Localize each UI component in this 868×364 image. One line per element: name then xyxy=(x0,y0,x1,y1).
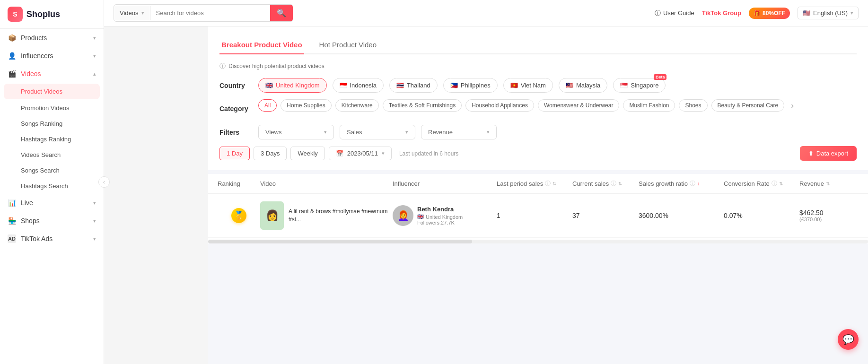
revenue-chevron-icon: ▾ xyxy=(487,129,490,135)
country-btn-id[interactable]: 🇮🇩 Indonesia xyxy=(333,78,384,93)
live-icon: 📊 xyxy=(8,199,16,207)
influencers-icon: 👤 xyxy=(8,52,16,60)
lang-label: English (US) xyxy=(813,9,848,17)
chevron-down-icon: ▾ xyxy=(93,35,96,41)
search-input[interactable] xyxy=(150,6,270,20)
chevron-down-icon: ▾ xyxy=(93,218,96,224)
tiktok-group-link[interactable]: TikTok Group xyxy=(702,9,741,17)
sales-filter-dropdown[interactable]: Sales ▾ xyxy=(340,125,415,139)
search-button[interactable]: 🔍 xyxy=(270,5,293,21)
logo-text: Shoplus xyxy=(26,9,60,19)
page-panel: Breakout Product Video Hot Product Video… xyxy=(208,26,868,170)
data-export-button[interactable]: ⬆ Data export xyxy=(800,146,857,161)
cat-btn-kitchenware[interactable]: Kitchenware xyxy=(335,99,379,112)
influencer-avatar-1: 👩‍🦰 xyxy=(393,205,413,226)
cat-btn-beauty[interactable]: Beauty & Personal Care xyxy=(711,99,785,112)
date-picker[interactable]: 📅 2023/05/11 ▾ xyxy=(329,147,392,160)
question-icon: ⓘ xyxy=(655,9,661,17)
sidebar-subitem-promotion-videos[interactable]: Promotion Videos xyxy=(0,100,104,116)
sidebar-item-products[interactable]: 📦 Products ▾ xyxy=(0,29,104,47)
tab-hot[interactable]: Hot Product Video xyxy=(317,36,378,54)
th-sales-growth-label: Sales growth ratio xyxy=(639,180,688,187)
discount-badge[interactable]: 🎁 80%OFF xyxy=(749,8,790,19)
info-icon: ⓘ xyxy=(219,62,226,70)
last-updated-text: Last updated in 6 hours xyxy=(399,150,458,157)
country-label: Country xyxy=(219,82,253,89)
cat-btn-all[interactable]: All xyxy=(258,99,277,112)
sidebar-item-shops[interactable]: 🏪 Shops ▾ xyxy=(0,212,104,230)
cat-btn-home[interactable]: Home Supplies xyxy=(281,99,331,112)
revenue-primary-1: $462.50 xyxy=(799,209,861,217)
horizontal-scrollbar[interactable] xyxy=(208,240,868,243)
country-btn-ph[interactable]: 🇵🇭 Philippines xyxy=(443,78,498,93)
th-video: Video xyxy=(260,180,393,188)
cat-btn-textiles[interactable]: Textiles & Soft Furnishings xyxy=(383,99,462,112)
filters-label: Filters xyxy=(219,129,253,136)
cat-btn-muslim[interactable]: Muslim Fashion xyxy=(623,99,675,112)
language-selector[interactable]: 🇺🇸 English (US) ▾ xyxy=(798,7,859,19)
last-period-sales-cell-1: 1 xyxy=(497,212,572,219)
sg-label: Singapore xyxy=(631,82,658,89)
ph-label: Philippines xyxy=(461,82,491,89)
uk-label: United Kingdom xyxy=(276,82,320,89)
sidebar-subitem-songs-ranking[interactable]: Songs Ranking xyxy=(0,116,104,131)
country-btn-vn[interactable]: 🇻🇳 Viet Nam xyxy=(503,78,553,93)
chevron-down-icon: ▾ xyxy=(93,53,96,59)
sort-icon-current-sales: ⇅ xyxy=(618,181,622,186)
cat-btn-womenswear[interactable]: Womenswear & Underwear xyxy=(538,99,620,112)
time-btn-weekly[interactable]: Weekly xyxy=(290,147,324,160)
date-chevron-icon: ▾ xyxy=(382,150,385,156)
float-action-button[interactable]: 💬 xyxy=(838,329,859,350)
flag-icon: 🇺🇸 xyxy=(803,9,810,17)
revenue-filter-dropdown[interactable]: Revenue ▾ xyxy=(421,125,497,139)
search-type-label: Videos xyxy=(120,9,139,17)
cat-btn-shoes[interactable]: Shoes xyxy=(679,99,707,112)
sidebar-collapse-button[interactable]: ‹ xyxy=(98,176,110,188)
th-conversion-rate[interactable]: Conversion Rate ⓘ ⇅ xyxy=(724,180,799,188)
tab-breakout[interactable]: Breakout Product Video xyxy=(219,36,304,54)
sg-flag-icon: 🇸🇬 xyxy=(620,82,628,89)
sidebar-item-videos-label: Videos xyxy=(21,70,41,78)
video-cell-1[interactable]: 👩 A lil rant & brows #mollymae #newmum #… xyxy=(260,201,393,230)
discount-label: 80%OFF xyxy=(763,10,785,17)
discover-hint-text: Discover high potential product videos xyxy=(228,63,324,69)
sidebar-item-influencers-label: Influencers xyxy=(21,52,53,60)
th-current-sales[interactable]: Current sales ⓘ ⇅ xyxy=(572,180,639,188)
sidebar: S Shoplus 📦 Products ▾ 👤 Influencers ▾ 🎬… xyxy=(0,0,104,364)
vn-label: Viet Nam xyxy=(521,82,546,89)
views-filter-label: Views xyxy=(265,129,281,136)
export-label: Data export xyxy=(816,150,848,157)
search-area: Videos ▾ 🔍 xyxy=(114,4,293,22)
time-btn-3days[interactable]: 3 Days xyxy=(254,147,287,160)
info-icon-current-sales: ⓘ xyxy=(611,180,616,188)
sidebar-subitem-videos-search[interactable]: Videos Search xyxy=(0,147,104,163)
header-actions: ⓘ User Guide TikTok Group 🎁 80%OFF 🇺🇸 En… xyxy=(655,7,859,19)
search-type-dropdown[interactable]: Videos ▾ xyxy=(114,6,150,20)
country-btn-th[interactable]: 🇹🇭 Thailand xyxy=(389,78,438,93)
th-influencer-label: Influencer xyxy=(393,180,420,187)
time-btn-1day[interactable]: 1 Day xyxy=(219,147,250,160)
sidebar-item-videos[interactable]: 🎬 Videos ▴ xyxy=(0,65,104,83)
th-sales-growth[interactable]: Sales growth ratio ⓘ ↓ xyxy=(639,180,724,188)
country-btn-my[interactable]: 🇲🇾 Malaysia xyxy=(559,78,607,93)
sidebar-item-influencers[interactable]: 👤 Influencers ▾ xyxy=(0,47,104,65)
sidebar-item-live[interactable]: 📊 Live ▾ xyxy=(0,194,104,212)
sidebar-subitem-product-videos[interactable]: Product Videos xyxy=(4,84,100,99)
category-more-icon[interactable]: › xyxy=(788,101,797,111)
th-revenue[interactable]: Revenue ⇅ xyxy=(799,180,861,188)
products-icon: 📦 xyxy=(8,34,16,42)
country-btn-sg[interactable]: 🇸🇬 Singapore xyxy=(613,78,666,93)
country-btn-uk[interactable]: 🇬🇧 United Kingdom xyxy=(258,78,327,93)
shops-icon: 🏪 xyxy=(8,217,16,225)
sales-growth-cell-1: 3600.00% xyxy=(639,212,724,219)
user-guide-link[interactable]: ⓘ User Guide xyxy=(655,9,694,17)
sidebar-subitem-hashtags-ranking[interactable]: Hashtags Ranking xyxy=(0,131,104,147)
th-last-period-sales[interactable]: Last period sales ⓘ ⇅ xyxy=(497,180,572,188)
category-buttons: All Home Supplies Kitchenware Textiles &… xyxy=(258,99,797,112)
influencer-cell-1[interactable]: 👩‍🦰 Beth Kendra 🇬🇧 United Kingdom Follow… xyxy=(393,205,497,226)
sidebar-subitem-songs-search[interactable]: Songs Search xyxy=(0,163,104,178)
sidebar-subitem-hashtags-search[interactable]: Hashtags Search xyxy=(0,178,104,194)
views-filter-dropdown[interactable]: Views ▾ xyxy=(258,125,334,139)
cat-btn-household[interactable]: Household Appliances xyxy=(465,99,534,112)
sidebar-item-tiktok-ads[interactable]: AD TikTok Ads ▾ xyxy=(0,230,104,248)
